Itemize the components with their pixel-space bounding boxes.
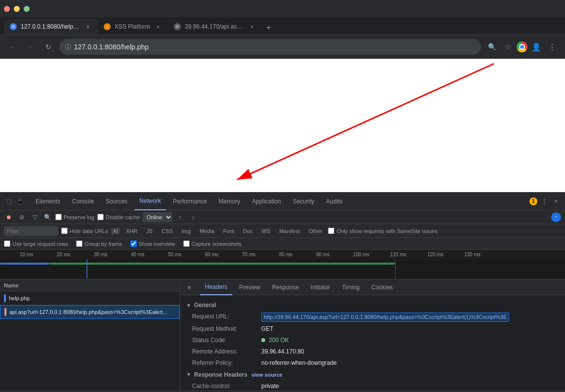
tab-application[interactable]: Application bbox=[247, 193, 286, 210]
filter-js[interactable]: JS bbox=[143, 228, 156, 235]
tab-audits[interactable]: Audits bbox=[321, 193, 347, 210]
detail-close-btn[interactable]: × bbox=[184, 282, 194, 292]
tab-bar: ⚙ 127.0.0.1:8080/help.php × X XSS Platfo… bbox=[0, 17, 565, 35]
tab-close-3[interactable]: × bbox=[248, 23, 256, 31]
detail-tab-headers[interactable]: Headers bbox=[200, 279, 232, 295]
minimize-window-btn[interactable] bbox=[14, 6, 20, 12]
tab-elements[interactable]: Elements bbox=[31, 193, 65, 210]
same-site-checkbox[interactable] bbox=[328, 228, 334, 234]
hide-data-urls-checkbox[interactable] bbox=[61, 228, 68, 234]
tab-xss-platform[interactable]: X XSS Platform × bbox=[98, 19, 168, 35]
filter-css[interactable]: CSS bbox=[159, 228, 176, 235]
tab-close-1[interactable]: × bbox=[84, 23, 92, 31]
timeline-labels: 10 ms 20 ms 30 ms 40 ms 50 ms 60 ms 70 m… bbox=[0, 250, 565, 259]
filter-img[interactable]: Img bbox=[179, 228, 194, 235]
capture-screenshots-label: Capture screenshots bbox=[192, 241, 242, 247]
tl-label-30: 30 ms bbox=[94, 252, 107, 257]
timeline-panel: 10 ms 20 ms 30 ms 40 ms 50 ms 60 ms 70 m… bbox=[0, 250, 565, 279]
svg-line-1 bbox=[237, 64, 494, 180]
reload-btn[interactable]: ↻ bbox=[41, 40, 55, 54]
filter-font[interactable]: Font bbox=[220, 228, 237, 235]
filter-icon-btn[interactable]: ▽ bbox=[30, 212, 40, 222]
tab-memory[interactable]: Memory bbox=[214, 193, 245, 210]
import-btn[interactable]: ↑ bbox=[175, 212, 185, 222]
preserve-log-option[interactable]: Preserve log bbox=[55, 214, 94, 220]
capture-screenshots-opt[interactable]: Capture screenshots bbox=[183, 240, 242, 247]
back-btn[interactable]: ← bbox=[6, 40, 20, 54]
network-row-1[interactable]: help.php bbox=[0, 291, 180, 305]
tab-sources[interactable]: Sources bbox=[101, 193, 132, 210]
remote-address-row: Remote Address: 39.96.44.170:80 bbox=[180, 346, 565, 357]
detail-tab-preview[interactable]: Preview bbox=[234, 279, 265, 295]
tab-network[interactable]: Network bbox=[134, 193, 166, 210]
tab-help-php[interactable]: ⚙ 127.0.0.1:8080/help.php × bbox=[4, 19, 98, 35]
filter-ws[interactable]: WS bbox=[259, 228, 274, 235]
detail-tab-cookies[interactable]: Cookies bbox=[366, 279, 398, 295]
maximize-window-btn[interactable] bbox=[24, 6, 30, 12]
same-site-option[interactable]: Only show requests with SameSite issues bbox=[328, 228, 437, 234]
close-window-btn[interactable] bbox=[4, 6, 10, 12]
large-rows-opt[interactable]: Use large request rows bbox=[4, 240, 68, 247]
tab-title-1: 127.0.0.1:8080/help.php bbox=[21, 23, 80, 30]
stop-btn[interactable]: ⊘ bbox=[17, 212, 27, 222]
capture-screenshots-checkbox[interactable] bbox=[183, 240, 190, 247]
timeline-marker-2 bbox=[395, 260, 396, 278]
timeline-bar-2 bbox=[49, 263, 395, 265]
lock-icon: ⓘ bbox=[65, 43, 71, 51]
detail-tab-timing[interactable]: Timing bbox=[337, 279, 364, 295]
hide-data-urls-option[interactable]: Hide data URLs bbox=[61, 228, 108, 234]
timeline-bars[interactable] bbox=[0, 259, 565, 279]
tab-performance[interactable]: Performance bbox=[168, 193, 212, 210]
response-headers-section-header[interactable]: ▼ Response Headers view source bbox=[180, 369, 565, 381]
profile-btn[interactable]: 👤 bbox=[529, 40, 543, 54]
detail-tab-response[interactable]: Response bbox=[267, 279, 304, 295]
view-source-link[interactable]: view source bbox=[251, 372, 282, 378]
detail-tab-initiator[interactable]: Initiator bbox=[306, 279, 335, 295]
filter-input[interactable] bbox=[4, 226, 58, 236]
tl-label-40: 40 ms bbox=[131, 252, 144, 257]
show-overview-opt[interactable]: Show overview bbox=[130, 240, 175, 247]
device-toggle-btn[interactable]: 📱 bbox=[15, 196, 25, 206]
tab-title-3: 39.96.44.170/api.asp?url=http... bbox=[185, 23, 244, 30]
forward-btn[interactable]: → bbox=[24, 40, 38, 54]
export-btn[interactable]: ↓ bbox=[188, 212, 198, 222]
search-btn[interactable]: 🔍 bbox=[485, 40, 499, 54]
filter-media[interactable]: Media bbox=[197, 228, 217, 235]
show-overview-checkbox[interactable] bbox=[130, 240, 137, 247]
warning-badge[interactable]: 1 bbox=[529, 197, 537, 205]
network-row-2[interactable]: api.asp?url=127.0.0.1:8080/help.php&pass… bbox=[0, 305, 180, 319]
tab-close-2[interactable]: × bbox=[154, 23, 162, 31]
tab-security[interactable]: Security bbox=[288, 193, 319, 210]
record-btn[interactable]: ⏺ bbox=[4, 212, 14, 222]
new-tab-btn[interactable]: + bbox=[262, 21, 276, 35]
show-overview-label: Show overview bbox=[139, 241, 175, 247]
url-bar[interactable]: ⓘ 127.0.0.1:8080/help.php bbox=[59, 39, 481, 55]
throttle-select[interactable]: Online bbox=[143, 212, 172, 222]
disable-cache-checkbox[interactable] bbox=[97, 214, 104, 220]
network-settings-btn[interactable]: ✦ bbox=[551, 212, 561, 222]
status-code-key: Status Code: bbox=[192, 336, 261, 345]
devtools-more-btn[interactable]: ⋮ bbox=[539, 196, 549, 206]
large-rows-checkbox[interactable] bbox=[4, 240, 10, 247]
menu-btn[interactable]: ⋮ bbox=[545, 40, 559, 54]
request-url-value[interactable]: http://39.96.44.170/api.asp?url=127.0.0.… bbox=[261, 313, 509, 322]
group-by-frame-opt[interactable]: Group by frame bbox=[76, 240, 122, 247]
devtools-close-btn[interactable]: × bbox=[551, 196, 561, 206]
disable-cache-option[interactable]: Disable cache bbox=[97, 214, 140, 220]
search-network-btn[interactable]: 🔍 bbox=[42, 212, 52, 222]
filter-xhr[interactable]: XHR bbox=[123, 228, 140, 235]
filter-manifest[interactable]: Manifest bbox=[276, 228, 303, 235]
filter-other[interactable]: Other bbox=[306, 228, 325, 235]
group-by-frame-checkbox[interactable] bbox=[76, 240, 82, 247]
preserve-log-checkbox[interactable] bbox=[55, 214, 62, 220]
tab-console[interactable]: Console bbox=[67, 193, 99, 210]
tl-label-130: 130 ms bbox=[464, 252, 481, 257]
bookmark-btn[interactable]: ☆ bbox=[501, 40, 515, 54]
inspect-element-btn[interactable]: ⬚ bbox=[4, 196, 14, 206]
ai-filter-tag[interactable]: AI bbox=[111, 228, 120, 235]
filter-doc[interactable]: Doc bbox=[240, 228, 256, 235]
network-rows[interactable]: help.php api.asp?url=127.0.0.1:8080/help… bbox=[0, 291, 180, 391]
tab-favicon-2: X bbox=[104, 23, 111, 30]
general-section-header[interactable]: ▼ General bbox=[180, 299, 565, 311]
tab-api[interactable]: ⊘ 39.96.44.170/api.asp?url=http... × bbox=[168, 19, 262, 35]
